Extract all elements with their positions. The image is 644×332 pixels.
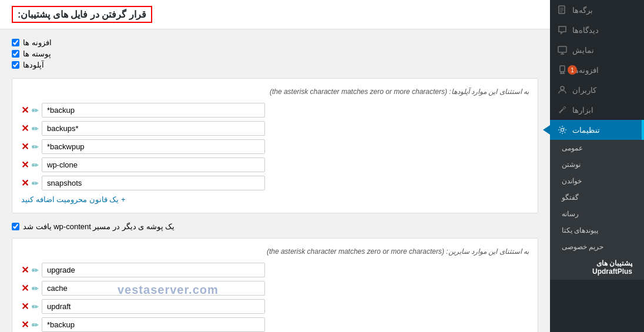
edit-button-0[interactable]: ✏ (32, 106, 39, 115)
table-row: ✏ ✕ (21, 317, 529, 332)
content-area: افزونه ها پوسته ها آپلودها به استثنای ای… (0, 29, 550, 332)
delete-button-1[interactable]: ✕ (21, 123, 29, 134)
rule-input-4[interactable] (42, 176, 265, 190)
svg-rect-7 (560, 66, 565, 72)
rule-input-0[interactable] (42, 103, 265, 118)
table-row: ✏ ✕ (21, 263, 529, 277)
edit-button-p2-3[interactable]: ✏ (32, 320, 39, 330)
edit-button-1[interactable]: ✏ (32, 124, 39, 133)
edit-button-p2-0[interactable]: ✏ (32, 266, 39, 275)
delete-button-p2-3[interactable]: ✕ (21, 319, 29, 330)
page-title: قرار گرفتن در فایل های پشتیبان: (12, 6, 152, 23)
delete-button-0[interactable]: ✕ (21, 105, 29, 116)
settings-submenu: عمومی نوشتن خواندن گفتگو رسانه پیوندهای … (550, 140, 644, 280)
delete-button-p2-1[interactable]: ✕ (21, 283, 29, 294)
top-checkboxes: افزونه ها پوسته ها آپلودها (12, 38, 538, 69)
edit-button-3[interactable]: ✏ (32, 160, 39, 170)
sidebar-item-plugins[interactable]: افزونه‌ها 1 (550, 60, 644, 80)
checkbox-themes-label: پوسته ها (23, 49, 51, 58)
main-content: قرار گرفتن در فایل های پشتیبان: افزونه ه… (0, 0, 550, 332)
comment-icon (557, 25, 568, 35)
delete-button-2[interactable]: ✕ (21, 141, 29, 152)
submenu-writing[interactable]: نوشتن (550, 156, 644, 173)
sidebar-item-settings[interactable]: تنظیمات (550, 120, 644, 140)
checkbox-plugins-label: افزونه ها (23, 38, 52, 47)
edit-button-4[interactable]: ✏ (32, 179, 39, 188)
sidebar-item-label: تنظیمات (572, 126, 600, 135)
sidebar-item-users[interactable]: کاربران (550, 80, 644, 100)
sidebar-active-arrow (543, 125, 550, 135)
sidebar-item-pages[interactable]: برگه‌ها (550, 0, 644, 20)
svg-point-11 (561, 86, 564, 90)
tools-icon (557, 105, 568, 115)
delete-button-3[interactable]: ✕ (21, 159, 29, 170)
submenu-updraftplus[interactable]: پشتیبان های UpdraftPlus (550, 255, 644, 280)
submenu-discussion[interactable]: گفتگو (550, 189, 644, 206)
rule-input-p2-3[interactable] (42, 317, 265, 332)
middle-checkbox-row: یک پوشه ی دیگر در مسیر wp-content یافت ش… (12, 222, 538, 231)
submenu-permalinks[interactable]: پیوندهای یکتا (550, 222, 644, 239)
checkbox-uploads[interactable] (12, 61, 19, 69)
rule-input-p2-2[interactable] (42, 299, 265, 314)
delete-button-p2-2[interactable]: ✕ (21, 301, 29, 312)
table-row: ✏ ✕ (21, 299, 529, 314)
table-row: ✏ ✕ (21, 121, 529, 136)
add-rule-link[interactable]: + یک قانون محرومیت اضافه کنید (21, 195, 529, 204)
plugin-icon (557, 65, 568, 75)
sidebar-item-label: ابزارها (572, 106, 593, 115)
sidebar-item-label: دیدگاه‌ها (572, 26, 599, 35)
checkbox-themes[interactable] (12, 50, 19, 58)
middle-check-label: یک پوشه ی دیگر در مسیر wp-content یافت ش… (23, 222, 175, 231)
settings-icon (557, 125, 568, 135)
plugin-badge: 1 (568, 65, 577, 75)
sidebar-item-display[interactable]: نمایش (550, 40, 644, 60)
delete-button-4[interactable]: ✕ (21, 177, 29, 189)
page-icon (557, 5, 568, 15)
table-row: ✏ ✕ (21, 139, 529, 154)
checkbox-uploads-label: آپلودها (23, 61, 44, 69)
panel1-title: به استثنای این موارد آپلودها: (the aster… (21, 88, 529, 96)
edit-button-2[interactable]: ✏ (32, 142, 39, 152)
rule-input-1[interactable] (42, 121, 265, 136)
checkbox-row-plugins: افزونه ها (12, 38, 52, 47)
table-row: ✏ ✕ (21, 176, 529, 190)
svg-point-13 (561, 129, 564, 132)
table-row: ✏ ✕ (21, 281, 529, 296)
sidebar: برگه‌ها دیدگاه‌ها نمایش افزونه‌ها 1 کارب… (550, 0, 644, 332)
submenu-media[interactable]: رسانه (550, 206, 644, 222)
sidebar-item-tools[interactable]: ابزارها (550, 100, 644, 120)
edit-button-p2-1[interactable]: ✏ (32, 284, 39, 293)
checkbox-row-themes: پوسته ها (12, 49, 51, 58)
delete-button-p2-0[interactable]: ✕ (21, 264, 29, 276)
svg-line-12 (559, 109, 563, 113)
table-row: ✏ ✕ (21, 157, 529, 172)
sidebar-item-label: کاربران (572, 86, 596, 95)
checkbox-row-uploads: آپلودها (12, 61, 44, 69)
checkbox-plugins[interactable] (12, 39, 19, 46)
edit-button-p2-2[interactable]: ✏ (32, 302, 39, 311)
table-row: ✏ ✕ (21, 103, 529, 118)
header-bar: قرار گرفتن در فایل های پشتیبان: (0, 0, 550, 29)
panel2-title: به استثنای این موارد سایرین: (the asteri… (21, 247, 529, 256)
others-exclusion-panel: به استثنای این موارد سایرین: (the asteri… (12, 238, 538, 332)
uploads-exclusion-panel: به استثنای این موارد آپلودها: (the aster… (12, 78, 538, 213)
rule-input-3[interactable] (42, 157, 265, 172)
middle-checkbox[interactable] (12, 223, 19, 230)
submenu-general[interactable]: عمومی (550, 140, 644, 156)
rule-input-2[interactable] (42, 139, 265, 154)
sidebar-item-label: برگه‌ها (572, 6, 593, 15)
rule-input-p2-0[interactable] (42, 263, 265, 277)
display-icon (557, 45, 568, 55)
submenu-reading[interactable]: خواندن (550, 173, 644, 189)
svg-rect-4 (558, 46, 566, 52)
submenu-privacy[interactable]: حریم خصوصی (550, 239, 644, 255)
rule-input-p2-1[interactable] (42, 281, 265, 296)
user-icon (557, 85, 568, 95)
sidebar-item-label: نمایش (572, 46, 594, 55)
sidebar-item-comments[interactable]: دیدگاه‌ها (550, 20, 644, 40)
